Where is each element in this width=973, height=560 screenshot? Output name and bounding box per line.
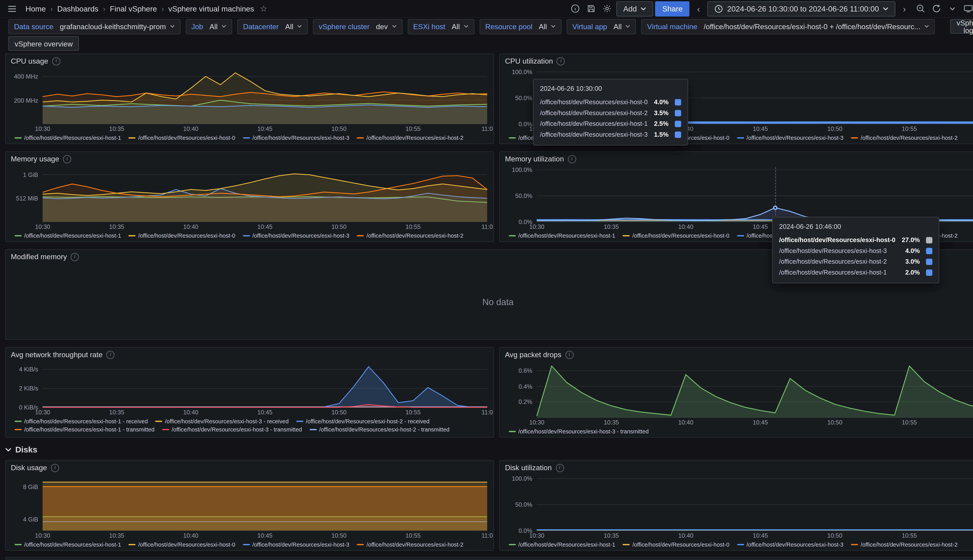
- legend-item[interactable]: /office/host/dev/Resources/esxi-host-2 -…: [296, 418, 430, 425]
- breadcrumb-home[interactable]: Home: [25, 4, 46, 13]
- y-axis-label: 400 MHz: [14, 73, 38, 80]
- x-axis-label: 10:35: [109, 532, 124, 539]
- legend-item[interactable]: /office/host/dev/Resources/esxi-host-2 -…: [309, 427, 450, 433]
- legend-item[interactable]: /office/host/dev/Resources/esxi-host-1: [15, 135, 121, 141]
- filter-data-source[interactable]: Data source grafanacloud-keithschmitty-p…: [8, 19, 181, 34]
- legend-label: /office/host/dev/Resources/esxi-host-1: [518, 542, 615, 548]
- legend-item[interactable]: /office/host/dev/Resources/esxi-host-3: [737, 542, 843, 548]
- top-navigation: Home › Dashboards › Final vSphere › vSph…: [0, 0, 973, 18]
- panel-info-icon[interactable]: i: [107, 350, 115, 358]
- refresh-interval-button[interactable]: [945, 1, 959, 16]
- legend-item[interactable]: /office/host/dev/Resources/esxi-host-1: [509, 542, 615, 548]
- filter-job[interactable]: Job All: [186, 19, 232, 34]
- x-axis-label: 10:55: [902, 532, 917, 539]
- plot-area[interactable]: [537, 363, 973, 417]
- filter-resource-pool[interactable]: Resource pool All: [480, 19, 562, 34]
- legend-swatch: [509, 137, 516, 138]
- vsphere-logs-link[interactable]: vSphere logs: [950, 19, 973, 33]
- legend-item[interactable]: /office/host/dev/Resources/esxi-host-0: [623, 542, 729, 548]
- x-axis-label: 10:40: [678, 532, 693, 539]
- dashboard-settings-button[interactable]: [600, 1, 614, 16]
- plot-area[interactable]: [537, 476, 973, 531]
- legend-item[interactable]: /office/host/dev/Resources/esxi-host-1 -…: [15, 427, 154, 433]
- panel-header[interactable]: Memory utilization i: [500, 152, 973, 166]
- plot-area[interactable]: [537, 167, 973, 222]
- next-row-panel-edge: [5, 557, 973, 560]
- plot-area[interactable]: [43, 167, 487, 222]
- plot-area[interactable]: [43, 363, 487, 407]
- plot-area[interactable]: [43, 69, 487, 124]
- legend-item[interactable]: /office/host/dev/Resources/esxi-host-3: [243, 542, 349, 548]
- panel-header[interactable]: Avg packet drops i: [500, 348, 973, 362]
- panel-header[interactable]: CPU utilization i: [500, 54, 973, 68]
- filter-esxi-host[interactable]: ESXi host All: [408, 19, 475, 34]
- x-axis-label: 10:35: [604, 419, 619, 426]
- legend-item[interactable]: /office/host/dev/Resources/esxi-host-0: [129, 233, 235, 239]
- panel-info-icon[interactable]: i: [555, 463, 564, 472]
- tv-mode-button[interactable]: [961, 1, 973, 16]
- legend-item[interactable]: /office/host/dev/Resources/esxi-host-2: [357, 233, 463, 239]
- plot-area[interactable]: [43, 476, 487, 531]
- panel-header[interactable]: Memory usage i: [6, 152, 493, 166]
- panel-info-icon[interactable]: i: [63, 155, 71, 163]
- x-axis: 10:3010:3510:4010:4510:5010:5511:0: [43, 125, 487, 133]
- refresh-button[interactable]: [929, 1, 943, 16]
- panel-header[interactable]: Avg network throughput rate i: [6, 348, 493, 362]
- legend-item[interactable]: /office/host/dev/Resources/esxi-host-3 -…: [509, 428, 649, 435]
- info-icon: [571, 4, 580, 13]
- panel-header[interactable]: Disk usage i: [6, 461, 493, 475]
- save-dashboard-button[interactable]: [584, 1, 599, 16]
- tooltip-row: /office/host/dev/Resources/esxi-host-12.…: [540, 118, 681, 129]
- legend-item[interactable]: /office/host/dev/Resources/esxi-host-0: [623, 233, 729, 239]
- legend-label: /office/host/dev/Resources/esxi-host-2: [861, 135, 958, 141]
- panel-info-icon[interactable]: i: [52, 57, 60, 65]
- filter-vsphere-cluster[interactable]: vSphere cluster dev: [313, 19, 403, 34]
- legend: /office/host/dev/Resources/esxi-host-1 -…: [15, 418, 488, 433]
- panel-info-icon[interactable]: i: [557, 57, 565, 65]
- legend-swatch: [509, 235, 516, 237]
- legend-item[interactable]: /office/host/dev/Resources/esxi-host-2: [851, 135, 958, 141]
- x-axis-label: 10:45: [257, 532, 273, 539]
- x-axis-label: 10:30: [35, 408, 50, 415]
- breadcrumb-dashboard-title[interactable]: vSphere virtual machines: [168, 4, 254, 13]
- filter-virtual-machine[interactable]: Virtual machine /office/host/dev/Resourc…: [641, 19, 935, 34]
- zoom-out-button[interactable]: [913, 1, 927, 16]
- legend-item[interactable]: /office/host/dev/Resources/esxi-host-3 -…: [162, 427, 302, 433]
- panel-info-icon[interactable]: i: [71, 253, 79, 261]
- add-button[interactable]: Add: [616, 1, 654, 16]
- filter-datacenter[interactable]: Datacenter All: [237, 19, 308, 34]
- legend-item[interactable]: /office/host/dev/Resources/esxi-host-3: [243, 233, 349, 239]
- time-range-picker[interactable]: 2024-06-26 10:30:00 to 2024-06-26 11:00:…: [707, 1, 895, 16]
- time-forward-button[interactable]: ›: [897, 1, 911, 16]
- legend-item[interactable]: /office/host/dev/Resources/esxi-host-0: [129, 135, 235, 141]
- legend-item[interactable]: /office/host/dev/Resources/esxi-host-1: [15, 233, 121, 239]
- legend-item[interactable]: /office/host/dev/Resources/esxi-host-2: [357, 542, 463, 548]
- legend-swatch: [129, 235, 136, 237]
- legend-item[interactable]: /office/host/dev/Resources/esxi-host-3 -…: [155, 418, 289, 425]
- panel-header[interactable]: CPU usage i: [6, 54, 493, 68]
- filter-virtual-app[interactable]: Virtual app All: [567, 19, 636, 34]
- legend-swatch: [243, 544, 250, 545]
- legend-swatch: [296, 421, 303, 422]
- panel-info-icon[interactable]: i: [568, 155, 576, 163]
- star-icon[interactable]: ☆: [257, 1, 271, 16]
- menu-button[interactable]: [5, 1, 19, 16]
- legend-item[interactable]: /office/host/dev/Resources/esxi-host-1 -…: [15, 418, 148, 425]
- legend-item[interactable]: /office/host/dev/Resources/esxi-host-2: [851, 542, 958, 548]
- breadcrumb-dashboards[interactable]: Dashboards: [57, 4, 99, 13]
- legend-item[interactable]: /office/host/dev/Resources/esxi-host-3: [243, 135, 349, 141]
- panel-info-icon[interactable]: i: [565, 350, 573, 358]
- legend-item[interactable]: /office/host/dev/Resources/esxi-host-1: [15, 542, 121, 548]
- section-disks[interactable]: Disks: [5, 443, 37, 455]
- time-back-button[interactable]: ‹: [692, 1, 706, 16]
- breadcrumb-folder[interactable]: Final vSphere: [110, 4, 157, 13]
- panel-info-icon[interactable]: i: [51, 463, 59, 472]
- legend-item[interactable]: /office/host/dev/Resources/esxi-host-2: [357, 135, 463, 141]
- share-button[interactable]: Share: [655, 1, 690, 16]
- dashboard-info-button[interactable]: [568, 1, 583, 16]
- panel-header[interactable]: Disk utilization i: [500, 461, 973, 475]
- legend-item[interactable]: /office/host/dev/Resources/esxi-host-1: [509, 233, 615, 239]
- legend-item[interactable]: /office/host/dev/Resources/esxi-host-3: [737, 135, 843, 141]
- legend-item[interactable]: /office/host/dev/Resources/esxi-host-0: [129, 542, 235, 548]
- vsphere-overview-link[interactable]: vSphere overview: [8, 36, 79, 51]
